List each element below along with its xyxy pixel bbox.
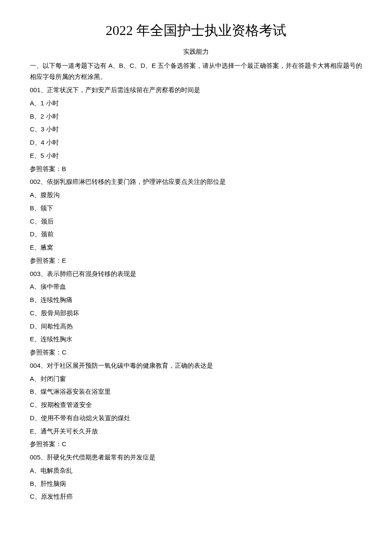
- question-option: B、颌下: [30, 202, 362, 215]
- question-answer: 参照答案：B: [30, 163, 362, 176]
- page-title: 2022 年全国护士执业资格考试: [30, 21, 362, 40]
- question-option: A、封闭门窗: [30, 372, 362, 386]
- question-option: C、颈后: [30, 215, 362, 228]
- question-answer: 参照答案：E: [30, 254, 362, 267]
- question-option: B、连续性胸痛: [30, 293, 362, 307]
- page-subtitle: 实践能力: [30, 48, 362, 56]
- question-option: E、腋窝: [30, 241, 362, 254]
- question-option: A、1 小时: [30, 97, 362, 110]
- question-stem: 003、表示肺癌已有混身转移的表现是: [30, 267, 362, 281]
- question-option: C、股骨局部损坏: [30, 307, 362, 320]
- question-option: E、连续性胸水: [30, 333, 362, 346]
- question-option: A、腹股沟: [30, 189, 362, 202]
- question-option: C、按期检查管道安全: [30, 398, 362, 412]
- question-option: C、原发性肝癌: [30, 490, 362, 503]
- question-option: E、5 小时: [30, 149, 362, 163]
- question-stem: 005、肝硬化失代偿期患者最常有的并发症是: [30, 451, 362, 464]
- question-stem: 001、正常状况下，产妇安产后需连续留在产房察看的时间是: [30, 84, 362, 97]
- question-answer: 参照答案：C: [30, 438, 362, 451]
- question-option: A、痰中带血: [30, 280, 362, 293]
- question-option: B、2 小时: [30, 110, 362, 123]
- instruction-text: 一、以下每一道考题下边有 A、B、C、D、E 五个备选答案，请从中选择一个最正确…: [30, 60, 362, 82]
- question-answer: 参照答案：C: [30, 346, 362, 359]
- question-option: D、使用不带有自动熄火装置的煤灶: [30, 412, 362, 425]
- question-stem: 004、对于社区展开预防一氧化碳中毒的健康教育，正确的表达是: [30, 359, 362, 372]
- question-option: C、3 小时: [30, 123, 362, 136]
- question-option: D、4 小时: [30, 136, 362, 149]
- question-option: E、通气开关可长久开放: [30, 425, 362, 438]
- question-option: A、电解质杂乱: [30, 464, 362, 477]
- question-stem: 002、依据乳腺癌淋巴转移的主要门路，护理评估应要点关注的部位是: [30, 175, 362, 189]
- question-option: B、肝性脑病: [30, 477, 362, 491]
- question-option: D、间歇性高热: [30, 320, 362, 333]
- question-option: D、颈前: [30, 228, 362, 241]
- question-option: B、煤气淋浴器安装在浴室里: [30, 385, 362, 398]
